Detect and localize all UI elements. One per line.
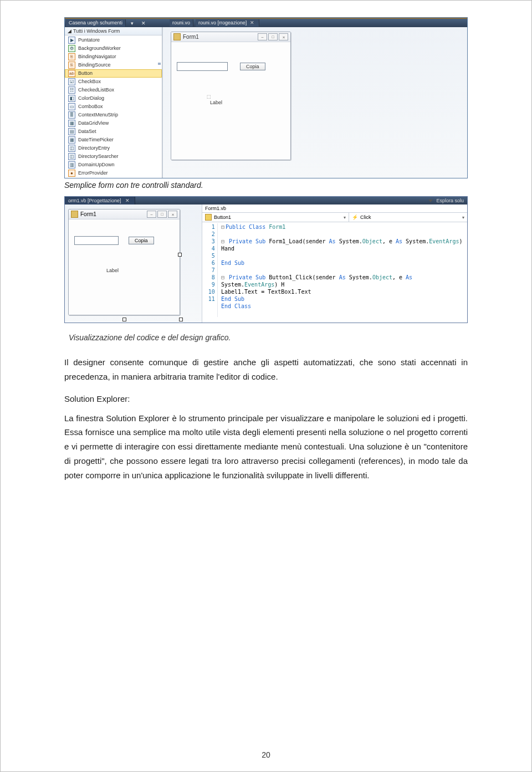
toolbox-item-bindingsource[interactable]: ⎘BindingSource bbox=[65, 61, 162, 69]
form-window-small[interactable]: Form1 – □ ⨉ Copia Label bbox=[68, 209, 180, 315]
directorysearcher-icon: ◫ bbox=[68, 153, 75, 160]
body-paragraph-1: Il designer consente comunque di gestire… bbox=[64, 355, 468, 384]
toolbox-item-combobox[interactable]: ▭ComboBox bbox=[65, 103, 162, 111]
toolbox-tab-garbled: Casena uegh schumenti bbox=[66, 19, 126, 27]
toolbox-item-contextmenustrip[interactable]: ≣ContextMenuStrip bbox=[65, 111, 162, 119]
copia-button[interactable]: Copia bbox=[240, 63, 265, 70]
textbox-control[interactable] bbox=[177, 62, 228, 71]
toolbox-item-dataset[interactable]: ▤DataSet bbox=[65, 127, 162, 136]
toolbox-item-directorysearcher[interactable]: ◫DirectorySearcher bbox=[65, 152, 162, 161]
toolbox-item-label: BindingSource bbox=[78, 62, 111, 69]
directoryentry-icon: ◫ bbox=[68, 145, 75, 152]
lightning-icon: ⚡ bbox=[352, 214, 358, 220]
event-dropdown[interactable]: ⚡ Click ▾ bbox=[349, 213, 467, 222]
button-icon: ab bbox=[68, 70, 75, 77]
solution-explorer-label: Esplora solu bbox=[436, 198, 464, 203]
tab-form-vb[interactable]: rouni.vo bbox=[170, 19, 193, 27]
label-control[interactable]: Label bbox=[210, 100, 222, 105]
toolbox-item-label: CheckedListBox bbox=[78, 86, 114, 94]
close-icon[interactable]: ✕ bbox=[248, 20, 256, 25]
toolbox-item-label: BindingNavigator bbox=[78, 53, 116, 60]
resize-handle[interactable] bbox=[179, 318, 183, 321]
toolbox-item-directoryentry[interactable]: ◫DirectoryEntry bbox=[65, 144, 162, 152]
toolbox-item-button[interactable]: abButton bbox=[65, 69, 162, 78]
form-title: Form1 bbox=[183, 34, 199, 40]
textbox-control[interactable] bbox=[74, 236, 119, 245]
form-window[interactable]: Form1 – □ ⨉ Copia ⬚ bbox=[171, 32, 291, 160]
chevron-down-icon: ◢ bbox=[68, 28, 71, 34]
body-paragraph-2: La finestra Solution Explorer è lo strum… bbox=[64, 411, 468, 483]
toolbox-item-label: DataSet bbox=[78, 128, 96, 135]
toolbox-item-label: ErrorProvider bbox=[78, 170, 108, 177]
minimize-button[interactable]: – bbox=[147, 211, 156, 218]
scrollbar-thumb[interactable] bbox=[158, 63, 161, 65]
form-icon bbox=[71, 211, 78, 218]
toolbox-item-label: ContextMenuStrip bbox=[78, 111, 118, 119]
screenshot-code-designer: orm1.vb [Progettazione]✕ Esplora solu Fo… bbox=[64, 196, 468, 323]
toolbox-item-errorprovider[interactable]: ●ErrorProvider bbox=[65, 169, 162, 177]
toolbox-item-label: BackgroundWorker bbox=[78, 45, 121, 52]
toolbox-item-colordialog[interactable]: ◧ColorDialog bbox=[65, 94, 162, 103]
designer-surface-small: Form1 – □ ⨉ Copia Label bbox=[65, 204, 202, 323]
puntatore-icon: ▶ bbox=[68, 37, 75, 44]
toolbox-category-header[interactable]: ◢ Tutti i Windows Form bbox=[65, 27, 162, 35]
toolbox-item-label: ComboBox bbox=[78, 103, 103, 110]
toolbox-item-datetimepicker[interactable]: ▦DateTimePicker bbox=[65, 136, 162, 144]
toolbox-item-domainupdown[interactable]: ▥DomainUpDown bbox=[65, 161, 162, 169]
form-icon bbox=[173, 33, 181, 40]
toolbox-item-label: ColorDialog bbox=[78, 95, 104, 102]
toolbox-item-puntatore[interactable]: ▶Puntatore bbox=[65, 36, 162, 44]
toolbox-item-label: DirectoryEntry bbox=[78, 145, 110, 152]
page-number: 20 bbox=[1, 750, 531, 759]
toolbox-item-checkedlistbox[interactable]: ☷CheckedListBox bbox=[65, 86, 162, 94]
close-button[interactable]: ⨉ bbox=[168, 211, 177, 218]
colordialog-icon: ◧ bbox=[68, 95, 75, 102]
toolbox-item-label: Button bbox=[78, 70, 93, 77]
toolbox-item-label: DirectorySearcher bbox=[78, 153, 119, 160]
chevron-down-icon[interactable] bbox=[428, 200, 433, 202]
chevron-down-icon: ▾ bbox=[462, 215, 464, 220]
resize-handle[interactable] bbox=[178, 253, 182, 257]
combobox-icon: ▭ bbox=[68, 103, 75, 110]
dataset-icon: ▤ bbox=[68, 128, 75, 135]
toolbox-item-label: CheckBox bbox=[78, 78, 101, 85]
datagridview-icon: ▦ bbox=[68, 120, 75, 127]
design-tab[interactable]: orm1.vb [Progettazione]✕ bbox=[65, 197, 135, 204]
checkedlistbox-icon: ☷ bbox=[68, 86, 75, 94]
code-lines[interactable]: ⊟Public Class Form1 ⊟ Private Sub Form1_… bbox=[218, 223, 467, 317]
tab-form-design[interactable]: rouni.vo [rrogeazione] ✕ bbox=[196, 19, 259, 27]
label-control[interactable]: Label bbox=[106, 268, 119, 273]
bindingsource-icon: ⎘ bbox=[68, 62, 75, 69]
minimize-button[interactable]: – bbox=[258, 33, 267, 40]
copia-button[interactable]: Copia bbox=[129, 237, 154, 244]
contextmenustrip-icon: ≣ bbox=[68, 111, 75, 119]
figure-caption-2: Visualizzazione del codice e del design … bbox=[69, 333, 468, 342]
chevron-down-icon: ▾ bbox=[344, 215, 346, 220]
figure-caption-1: Semplice form con tre controlli standard… bbox=[64, 181, 468, 190]
code-file-tab[interactable]: Form1.vb bbox=[202, 204, 467, 213]
object-dropdown[interactable]: Button1 ▾ bbox=[202, 213, 349, 222]
section-heading-solution-explorer: Solution Explorer: bbox=[64, 394, 468, 403]
code-editor[interactable]: 1234567891011 ⊟Public Class Form1 ⊟ Priv… bbox=[202, 222, 467, 323]
toolbox-list: ▶Puntatore⚙BackgroundWorker⎘BindingNavig… bbox=[65, 35, 162, 178]
datetimepicker-icon: ▦ bbox=[68, 136, 75, 144]
screenshot-toolbox-designer: Casena uegh schumenti ▾ ✕ rouni.vo rouni… bbox=[64, 17, 468, 178]
close-button[interactable]: ⨉ bbox=[279, 33, 288, 40]
close-icon[interactable]: ✕ bbox=[124, 198, 131, 203]
line-number-gutter: 1234567891011 bbox=[202, 223, 218, 317]
toolbox-item-backgroundworker[interactable]: ⚙BackgroundWorker bbox=[65, 44, 162, 53]
code-editor-column: Form1.vb Button1 ▾ ⚡ Click ▾ 12345678 bbox=[202, 204, 467, 323]
maximize-button[interactable]: □ bbox=[268, 33, 278, 40]
toolbox-item-label: DomainUpDown bbox=[78, 161, 115, 168]
backgroundworker-icon: ⚙ bbox=[68, 45, 75, 52]
maximize-button[interactable]: □ bbox=[157, 211, 167, 218]
document-page: Casena uegh schumenti ▾ ✕ rouni.vo rouni… bbox=[0, 0, 532, 772]
errorprovider-icon: ● bbox=[68, 170, 75, 177]
toolbox-item-label: Puntatore bbox=[78, 37, 100, 44]
toolbox-item-bindingnavigator[interactable]: ⎘BindingNavigator bbox=[65, 53, 162, 61]
resize-handle[interactable] bbox=[122, 318, 126, 321]
toolbox-item-label: DateTimePicker bbox=[78, 136, 114, 144]
toolbox-item-checkbox[interactable]: ☑CheckBox bbox=[65, 78, 162, 86]
toolbox-item-datagridview[interactable]: ▦DataGridView bbox=[65, 119, 162, 127]
vs-tab-strip: Casena uegh schumenti ▾ ✕ rouni.vo rouni… bbox=[65, 19, 467, 27]
